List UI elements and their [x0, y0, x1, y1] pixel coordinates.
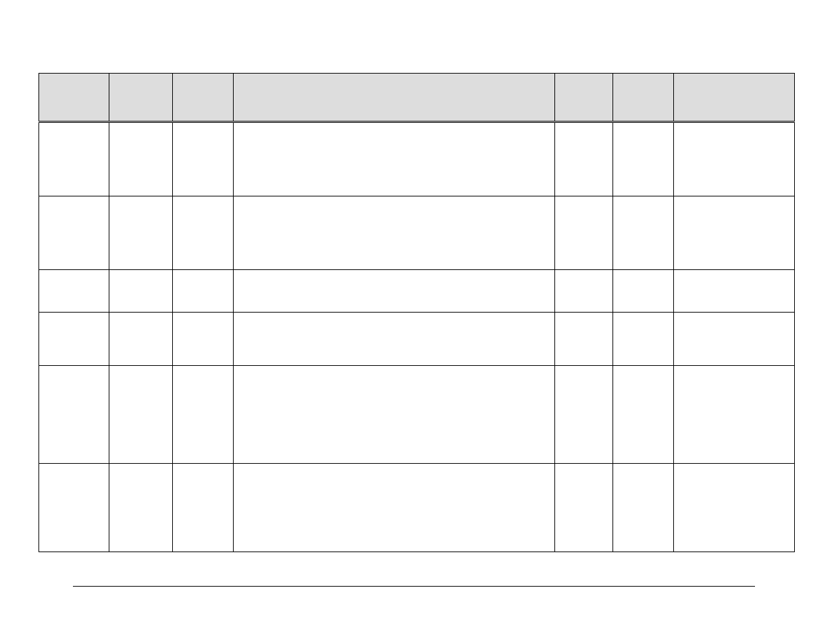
cell: [234, 196, 555, 270]
table-container: [38, 73, 794, 552]
cell: [555, 270, 613, 313]
cell: [613, 366, 674, 464]
col-header-1: [39, 74, 109, 122]
table-row: [39, 464, 795, 552]
cell: [555, 196, 613, 270]
cell: [173, 313, 234, 366]
table-row: [39, 196, 795, 270]
cell: [234, 313, 555, 366]
cell: [674, 196, 795, 270]
cell: [555, 366, 613, 464]
cell: [674, 313, 795, 366]
cell: [613, 196, 674, 270]
cell: [109, 196, 173, 270]
cell: [109, 122, 173, 196]
table-row: [39, 366, 795, 464]
cell: [613, 122, 674, 196]
col-header-7: [674, 74, 795, 122]
table-row: [39, 313, 795, 366]
col-header-3: [173, 74, 234, 122]
cell: [555, 122, 613, 196]
cell: [109, 313, 173, 366]
table-header-row: [39, 74, 795, 122]
cell: [234, 366, 555, 464]
cell: [39, 313, 109, 366]
col-header-6: [613, 74, 674, 122]
page: [0, 0, 834, 644]
cell: [555, 464, 613, 552]
col-header-5: [555, 74, 613, 122]
col-header-4: [234, 74, 555, 122]
table-row: [39, 270, 795, 313]
cell: [173, 270, 234, 313]
cell: [674, 464, 795, 552]
cell: [39, 122, 109, 196]
cell: [39, 464, 109, 552]
cell: [109, 464, 173, 552]
cell: [234, 464, 555, 552]
cell: [109, 270, 173, 313]
cell: [613, 464, 674, 552]
cell: [173, 464, 234, 552]
cell: [173, 366, 234, 464]
cell: [674, 270, 795, 313]
cell: [674, 366, 795, 464]
cell: [173, 196, 234, 270]
cell: [234, 122, 555, 196]
cell: [173, 122, 234, 196]
data-table: [38, 73, 795, 552]
cell: [39, 366, 109, 464]
cell: [234, 270, 555, 313]
cell: [613, 270, 674, 313]
col-header-2: [109, 74, 173, 122]
cell: [39, 270, 109, 313]
cell: [613, 313, 674, 366]
cell: [39, 196, 109, 270]
footer-divider: [73, 586, 755, 587]
cell: [674, 122, 795, 196]
table-row: [39, 122, 795, 196]
cell: [555, 313, 613, 366]
cell: [109, 366, 173, 464]
